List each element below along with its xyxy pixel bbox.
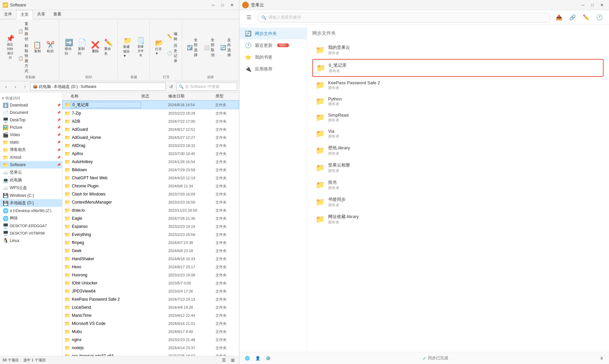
sidebar-item-blog[interactable]: 📁 博客相关 📌 [0, 146, 62, 154]
file-row[interactable]: 📁HandShaker2024/8/18 10:33文件夹 [62, 255, 239, 263]
paste-shortcut-button[interactable]: 📋 粘贴快捷方式 [17, 42, 30, 74]
file-row[interactable]: 📁Clash for Windows2023/7/20 16:09文件夹 [62, 190, 239, 198]
file-row[interactable]: 📁nodejs2024/4/14 23:37文件夹 [62, 344, 239, 352]
jgy-folder-item[interactable]: 📁网址收藏.library拥有者 [312, 211, 604, 228]
copy-path-button[interactable]: 📋 复制路径 [17, 21, 30, 42]
sidebar-item-z[interactable]: 🌐 d (\\Desktop-v0tbr98) (Z:) [0, 207, 62, 214]
jgy-folder-item[interactable]: 📁Via拥有者 [312, 126, 604, 142]
select-all-button[interactable]: ☑️ 全部选择 [185, 37, 202, 58]
jgy-pause-item[interactable]: ⏸ [600, 356, 604, 361]
file-row[interactable]: 📁Bilidown2024/7/29 23:58文件夹 [62, 166, 239, 174]
file-row[interactable]: 📁0_笔记库2024/8/18 14:54文件夹 [62, 100, 239, 109]
move-to-button[interactable]: ➡️ 移动到 [63, 38, 75, 57]
sidebar-item-video[interactable]: 🎬 Video 📌 [0, 131, 62, 139]
jgy-nav-sync[interactable]: 🔄 网步文件夹 [239, 28, 307, 39]
col-type-header[interactable]: 类型 [215, 93, 239, 99]
col-status-header[interactable]: 状态 [141, 93, 168, 99]
file-row[interactable]: 📁Hexo2024/8/17 23:17文件夹 [62, 263, 239, 271]
copy-button[interactable]: 📋 复制 [31, 41, 44, 54]
file-row[interactable]: 📁Everything2023/2/23 16:58文件夹 [62, 231, 239, 239]
jgy-folder-item[interactable]: 📁0_笔记库拥有者 [312, 59, 604, 77]
tab-home[interactable]: 主页 [16, 10, 33, 19]
cut-button[interactable]: ✂️ 粘切 [44, 41, 56, 54]
sidebar-item-document[interactable]: 📄 Document 📌 [0, 109, 62, 116]
search-box[interactable]: 🔍 在 Software 中搜索 [176, 83, 237, 91]
sidebar-item-desktop[interactable]: 🖥️ DeskTop 📌 [0, 116, 62, 124]
jgy-nav-recent[interactable]: 🕐 最近更新 999+ [239, 39, 307, 51]
sidebar-item-download[interactable]: ⬇️ Download 📌 [0, 101, 62, 109]
file-row[interactable]: 📁draw.io2023/11/22 20:50文件夹 [62, 206, 239, 214]
jgy-folder-item[interactable]: 📁壁纸.library拥有者 [312, 142, 604, 159]
new-item-button[interactable]: 📁 新建项目▼ [121, 36, 134, 58]
file-row[interactable]: 📁Chrome Plugin2024/6/8 21:34文件夹 [62, 182, 239, 190]
new-folder-button[interactable]: 🗒️ 新建文件夹 [135, 36, 147, 58]
file-row[interactable]: 📁JPEGView642023/3/4 17:26文件夹 [62, 287, 239, 295]
sidebar-item-network[interactable]: 🌐 网络 [0, 214, 62, 222]
jgy-nav-bookmark[interactable]: ⭐ 我的书签 [239, 51, 307, 63]
jgy-search[interactable]: 🔍 请输入搜索关键词 [257, 12, 551, 23]
sidebar-item-linux[interactable]: 🐧 Linux [0, 237, 62, 244]
sidebar-item-xmind[interactable]: 📁 Xmind 📌 [0, 154, 62, 161]
history-button[interactable]: 🕐 历史记录 [166, 42, 179, 64]
file-row[interactable]: 📁ADB2024/7/22 17:00文件夹 [62, 117, 239, 125]
grid-view-button[interactable]: ⊞ [229, 357, 236, 364]
sidebar-item-d[interactable]: 💾 本地磁盘 (D:) [0, 199, 62, 207]
jgy-upload-button[interactable]: 📤 [554, 12, 564, 23]
invert-select-button[interactable]: 🔄 反向选择 [219, 37, 235, 58]
file-row[interactable]: 📁nginx2023/2/23 21:48文件夹 [62, 336, 239, 344]
sidebar-item-desktop-v0t[interactable]: 🖥️ DESKTOP-V0TBR98 [0, 230, 62, 237]
jgy-share-button[interactable]: 🔗 [567, 12, 578, 23]
sidebar-item-c[interactable]: 💾 Windows (C:) [0, 192, 62, 199]
sidebar-item-wps[interactable]: ☁️ WPS云盘 [0, 184, 62, 192]
jgy-folder-item[interactable]: 📁拾光拥有者 [312, 177, 604, 193]
file-row[interactable]: 📁Mubu2024/8/17 8:40文件夹 [62, 328, 239, 336]
file-row[interactable]: 📁ManicTime2023/9/12 22:44文件夹 [62, 311, 239, 320]
jgy-maximize-button[interactable]: □ [588, 2, 597, 8]
jgy-minimize-button[interactable]: ─ [579, 2, 587, 8]
file-row[interactable]: 📁LocalSend2024/4/6 19:28文件夹 [62, 303, 239, 311]
file-row[interactable]: 📁7-Zip2023/2/23 18:29文件夹 [62, 109, 239, 117]
file-row[interactable]: 📁Microsoft VS Code2024/8/16 21:01文件夹 [62, 320, 239, 328]
deselect-all-button[interactable]: ⬜ 全部取消 [202, 37, 219, 58]
forward-button[interactable]: › [11, 83, 20, 91]
jgy-folder-item[interactable]: 📁书签同步拥有者 [312, 194, 604, 210]
jgy-folder-item[interactable]: 📁Python拥有者 [312, 94, 604, 109]
col-name-header[interactable]: 名称 [62, 93, 141, 99]
file-row[interactable]: 📁oss-browser-win32-x642023/7/25 18:07文件夹 [62, 352, 239, 356]
file-row[interactable]: 📁KeePass Password Safe 22024/7/13 19:13文… [62, 295, 239, 303]
file-row[interactable]: 📁AdGuard_Home2024/5/27 12:27文件夹 [62, 133, 239, 142]
tab-view[interactable]: 查看 [49, 10, 65, 19]
sidebar-item-picture[interactable]: 🖼️ Picture 📌 [0, 124, 62, 131]
copy-to-button[interactable]: 📄 复制到 [76, 38, 88, 57]
rename-button[interactable]: ✏️ 重命名 [102, 38, 115, 57]
file-row[interactable]: 📁ContextMenuManager2023/2/23 16:58文件夹 [62, 198, 239, 206]
up-button[interactable]: ↑ [21, 83, 29, 91]
file-row[interactable]: 📁Huorong2023/2/23 19:08文件夹 [62, 271, 239, 279]
file-row[interactable]: 📁AutoHotkey2024/1/26 16:54文件夹 [62, 158, 239, 166]
jgy-settings-item[interactable]: ⚙️ [266, 356, 271, 361]
sidebar-item-jianguoyun[interactable]: ☁️ 坚果云 [0, 169, 62, 176]
tab-file[interactable]: 文件 [0, 10, 16, 19]
file-row[interactable]: 📁AltDrag2023/2/23 18:33文件夹 [62, 142, 239, 150]
sidebar-item-pc[interactable]: 💻 此电脑 [0, 176, 62, 184]
tab-share[interactable]: 共享 [33, 10, 49, 19]
jgy-folder-item[interactable]: 📁KeePass Password Safe 2拥有者 [312, 78, 604, 93]
jgy-history-button[interactable]: 🕐 [594, 12, 605, 23]
jgy-globe-item[interactable]: 🌐 [245, 356, 250, 361]
sidebar-item-software[interactable]: 📁 Software 📌 [0, 161, 62, 169]
delete-button[interactable]: ❌ 删除 [89, 41, 102, 54]
list-view-button[interactable]: ☰ [220, 357, 228, 364]
jgy-close-button[interactable]: ✕ [598, 2, 606, 8]
open-button[interactable]: 📂 打开▼ [153, 39, 165, 56]
jgy-folder-item[interactable]: 📁坚果云相册拥有者 [312, 159, 604, 176]
file-row[interactable]: 📁Eagle2024/7/26 21:36文件夹 [62, 214, 239, 222]
refresh-button[interactable]: ↺ [167, 83, 175, 91]
jgy-menu-button[interactable]: ☰ [243, 12, 254, 23]
sidebar-item-desktop-erd[interactable]: 🖥️ DESKTOP-ERDGGA7 [0, 222, 62, 230]
jgy-folder-item[interactable]: 📁我的坚果云拥有者 [312, 42, 604, 58]
sidebar-item-static[interactable]: 📁 static 📌 [0, 139, 62, 146]
jgy-account-item[interactable]: 👤 [255, 356, 260, 361]
jgy-folder-item[interactable]: 📁SimpRead拥有者 [312, 110, 604, 125]
jgy-edit-button[interactable]: ✏️ [581, 12, 591, 23]
file-row[interactable]: 📁ChatGPT Next Web2024/4/10 12:19文件夹 [62, 174, 239, 182]
